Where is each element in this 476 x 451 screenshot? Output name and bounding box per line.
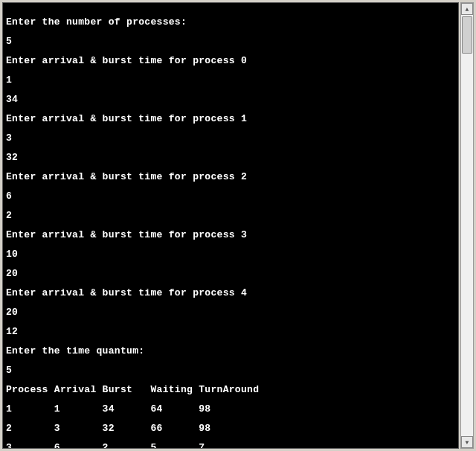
scroll-thumb[interactable] bbox=[462, 16, 472, 54]
input-p4-burst: 12 bbox=[6, 327, 455, 336]
prompt-p2: Enter arrival & burst time for process 2 bbox=[6, 172, 455, 182]
prompt-num-processes: Enter the number of processes: bbox=[6, 17, 455, 27]
input-num-processes: 5 bbox=[6, 36, 455, 46]
vertical-scrollbar[interactable]: ▲ ▼ bbox=[460, 2, 474, 449]
scroll-up-button[interactable]: ▲ bbox=[461, 3, 473, 15]
input-p0-burst: 34 bbox=[6, 95, 455, 104]
input-p3-arrival: 10 bbox=[6, 249, 455, 259]
table-row: 1 1 34 64 98 bbox=[6, 404, 455, 414]
prompt-p1: Enter arrival & burst time for process 1 bbox=[6, 114, 455, 124]
input-p3-burst: 20 bbox=[6, 269, 455, 278]
input-p1-burst: 32 bbox=[6, 153, 455, 162]
input-quantum: 5 bbox=[6, 365, 455, 375]
prompt-p4: Enter arrival & burst time for process 4 bbox=[6, 288, 455, 298]
terminal-window: Enter the number of processes: 5 Enter a… bbox=[2, 2, 459, 449]
prompt-p0: Enter arrival & burst time for process 0 bbox=[6, 56, 455, 65]
input-p1-arrival: 3 bbox=[6, 133, 455, 143]
input-p2-arrival: 6 bbox=[6, 191, 455, 201]
input-p2-burst: 2 bbox=[6, 211, 455, 220]
input-p4-arrival: 20 bbox=[6, 307, 455, 317]
terminal-content: Enter the number of processes: 5 Enter a… bbox=[3, 3, 458, 449]
scroll-down-button[interactable]: ▼ bbox=[461, 436, 473, 448]
prompt-p3: Enter arrival & burst time for process 3 bbox=[6, 230, 455, 240]
input-p0-arrival: 1 bbox=[6, 75, 455, 85]
prompt-quantum: Enter the time quantum: bbox=[6, 346, 455, 356]
table-row: 2 3 32 66 98 bbox=[6, 423, 455, 433]
table-row: 3 6 2 5 7 bbox=[6, 443, 455, 449]
table-header: Process Arrival Burst Waiting TurnAround bbox=[6, 385, 455, 394]
